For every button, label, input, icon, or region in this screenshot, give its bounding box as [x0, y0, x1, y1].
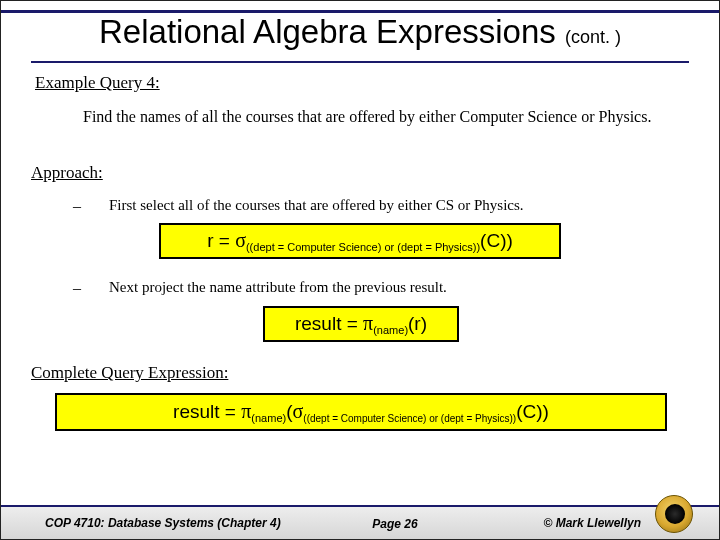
- step-2: – Next project the name attribute from t…: [73, 279, 679, 297]
- formula-2: result = π(name)(r): [295, 312, 427, 336]
- step-1-text: First select all of the courses that are…: [109, 197, 524, 215]
- footer: COP 4710: Database Systems (Chapter 4) P…: [1, 505, 719, 539]
- footer-right: © Mark Llewellyn: [543, 516, 641, 530]
- approach-label: Approach:: [31, 163, 103, 183]
- bullet-dash-icon: –: [73, 279, 109, 297]
- bullet-dash-icon: –: [73, 197, 109, 215]
- formula-1: r = σ((dept = Computer Science) or (dept…: [207, 229, 513, 253]
- example-text: Find the names of all the courses that a…: [83, 107, 667, 127]
- title-cont: (cont. ): [565, 27, 621, 47]
- complete-label: Complete Query Expression:: [31, 363, 228, 383]
- formula-box-2: result = π(name)(r): [263, 306, 459, 342]
- title-rule: [31, 61, 689, 63]
- formula-box-3: result = π(name)(σ((dept = Computer Scie…: [55, 393, 667, 431]
- example-label: Example Query 4:: [35, 73, 160, 93]
- step-2-text: Next project the name attribute from the…: [109, 279, 447, 297]
- title-main: Relational Algebra Expressions: [99, 13, 565, 50]
- slide-title: Relational Algebra Expressions (cont. ): [1, 13, 719, 51]
- formula-box-1: r = σ((dept = Computer Science) or (dept…: [159, 223, 561, 259]
- ucf-logo-icon: [655, 495, 693, 533]
- step-1: – First select all of the courses that a…: [73, 197, 679, 215]
- slide: Relational Algebra Expressions (cont. ) …: [0, 0, 720, 540]
- formula-3: result = π(name)(σ((dept = Computer Scie…: [173, 400, 549, 424]
